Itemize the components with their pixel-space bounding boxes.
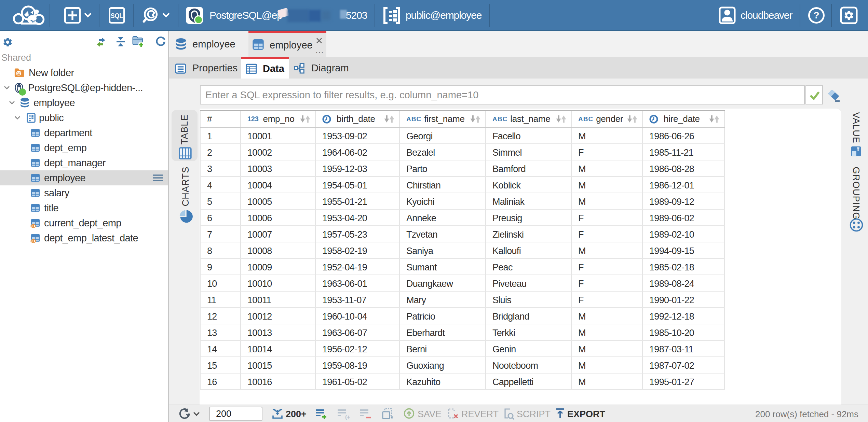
svg-text:SQL: SQL — [111, 12, 123, 19]
svg-text:?: ? — [813, 10, 819, 20]
svg-text:(+): (+) — [345, 414, 350, 420]
